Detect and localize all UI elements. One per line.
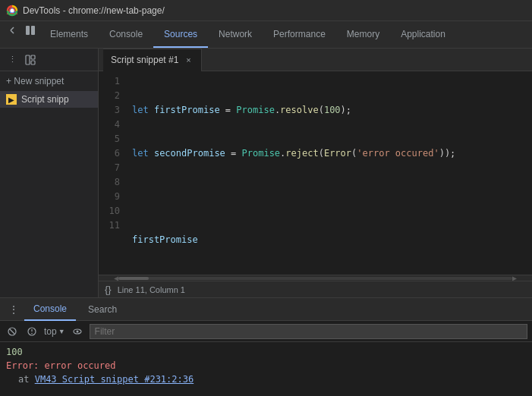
editor-tabs: Script snippet #1 ×: [99, 49, 532, 71]
console-error-message: Error: error occured: [6, 359, 526, 372]
editor-tab-label: Script snippet #1: [111, 55, 178, 65]
main-layout: ⋮ + New snippet ▶ Script snipp: [0, 49, 532, 396]
console-tabs: ⋮ Console Search: [0, 298, 532, 321]
context-label: top: [44, 326, 57, 337]
editor-area: ⋮ + New snippet ▶ Script snipp: [0, 49, 532, 297]
sidebar-more-btn[interactable]: ⋮: [5, 52, 20, 68]
console-toolbar: top ▼: [0, 321, 532, 342]
tab-performance[interactable]: Performance: [263, 21, 336, 48]
tab-elements[interactable]: Elements: [39, 21, 99, 48]
title-bar: DevTools - chrome://new-tab-page/: [0, 0, 532, 21]
tab-close-button[interactable]: ×: [183, 55, 194, 65]
eye-icon[interactable]: [70, 324, 85, 339]
console-tab-search[interactable]: Search: [79, 298, 126, 321]
scroll-track: [118, 277, 512, 280]
svg-point-11: [31, 332, 33, 334]
window-title: DevTools - chrome://new-tab-page/: [23, 5, 165, 16]
console-value: 100: [6, 345, 526, 359]
tab-sources[interactable]: Sources: [153, 21, 208, 48]
nav-forward-icon[interactable]: [21, 21, 39, 39]
tab-console[interactable]: Console: [99, 21, 153, 48]
svg-rect-3: [31, 26, 35, 35]
editor-panel: Script snippet #1 × 1 2 3 4 5 6 7 8 9 10…: [99, 49, 532, 297]
svg-rect-5: [31, 55, 35, 59]
nav-tabs: Elements Console Sources Network Perform…: [0, 21, 532, 49]
line-numbers: 1 2 3 4 5 6 7 8 9 10 11: [99, 74, 126, 272]
horizontal-scrollbar[interactable]: ◀ ▶: [99, 275, 532, 281]
status-bar: {} Line 11, Column 1: [99, 281, 532, 297]
preserve-log-button[interactable]: [24, 324, 39, 339]
snippet-item[interactable]: ▶ Script snipp: [0, 91, 98, 108]
svg-rect-4: [26, 55, 30, 64]
code-content: let firstPromise = Promise.resolve(100);…: [126, 74, 532, 272]
console-area: ⋮ Console Search top ▼: [0, 297, 532, 396]
nav-back-icon[interactable]: [3, 21, 21, 39]
svg-rect-6: [31, 61, 35, 64]
code-editor[interactable]: 1 2 3 4 5 6 7 8 9 10 11 let firstPromise…: [99, 71, 532, 275]
chrome-icon: [6, 5, 18, 17]
new-snippet-button[interactable]: + New snippet: [0, 71, 98, 91]
sidebar: ⋮ + New snippet ▶ Script snipp: [0, 49, 99, 297]
sidebar-layout-icon[interactable]: [23, 52, 38, 68]
svg-point-1: [11, 8, 14, 12]
editor-tab-snippet[interactable]: Script snippet #1 ×: [103, 49, 202, 71]
console-output: 100 Error: error occured at VM43 Script …: [0, 342, 532, 396]
svg-point-13: [76, 330, 78, 332]
clear-console-button[interactable]: [5, 324, 20, 339]
cursor-position: Line 11, Column 1: [118, 285, 185, 294]
status-braces-icon: {}: [105, 284, 112, 295]
error-location-link[interactable]: VM43 Script snippet #231:2:36: [35, 374, 194, 385]
console-menu-button[interactable]: ⋮: [6, 302, 21, 317]
context-selector[interactable]: top ▼: [44, 326, 65, 337]
filter-input[interactable]: [90, 324, 527, 339]
svg-line-8: [10, 329, 14, 334]
snippet-icon: ▶: [6, 94, 17, 105]
tab-memory[interactable]: Memory: [336, 21, 390, 48]
console-error-location: at VM43 Script snippet #231:2:36: [6, 372, 526, 386]
tab-application[interactable]: Application: [390, 21, 456, 48]
sidebar-toolbar: ⋮: [0, 49, 98, 71]
tab-network[interactable]: Network: [208, 21, 263, 48]
console-tab-console[interactable]: Console: [24, 298, 76, 321]
svg-rect-2: [26, 26, 30, 35]
context-arrow: ▼: [58, 328, 65, 335]
scroll-thumb: [118, 277, 149, 280]
